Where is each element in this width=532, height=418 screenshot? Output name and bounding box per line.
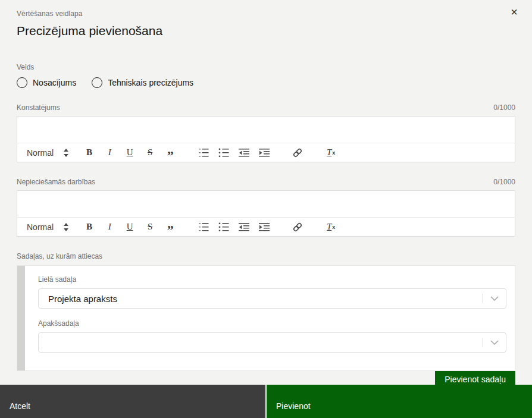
nepieciesamas-darbibas-textarea[interactable]	[17, 190, 515, 218]
indent-icon	[259, 148, 270, 158]
strikethrough-button[interactable]: S	[143, 220, 157, 234]
modal-footer: Atcelt Pievienot	[0, 385, 532, 418]
indent-button[interactable]	[257, 146, 271, 160]
radio-label: Tehniskais precizējums	[108, 78, 193, 87]
clear-formatting-button[interactable]: Tx	[324, 146, 338, 160]
nepieciesamas-darbibas-label: Nepieciešamās darbības	[17, 178, 95, 186]
ordered-list-button[interactable]	[196, 146, 211, 160]
nepieciesamas-darbibas-editor: Nepieciešamās darbības 0/1000 Normal B I…	[17, 178, 515, 237]
ordered-list-button[interactable]	[196, 220, 211, 234]
subsection-select[interactable]	[38, 332, 506, 353]
main-section-field: Lielā sadaļa Projekta apraksts	[38, 275, 506, 309]
close-icon[interactable]: ×	[511, 6, 518, 18]
page-title: Precizējuma pievienošana	[17, 24, 515, 38]
indent-button[interactable]	[257, 220, 271, 234]
section-drag-handle[interactable]	[17, 266, 25, 370]
clear-formatting-button[interactable]: Tx	[324, 220, 338, 234]
underline-button[interactable]: U	[123, 146, 137, 160]
ordered-list-icon	[198, 222, 209, 232]
konstatejums-editor: Konstatējums 0/1000 Normal B I U S ”	[17, 103, 515, 162]
modal-eyebrow: Vērtēšanas veidlapa	[17, 10, 515, 18]
radio-tehniskais-precizejums[interactable]: Tehniskais precizējums	[92, 77, 193, 88]
subsection-label: Apakšsadaļa	[38, 319, 506, 328]
rich-text-toolbar: Normal B I U S ”	[17, 143, 515, 162]
rich-text-toolbar: Normal B I U S ”	[17, 217, 515, 237]
blockquote-button[interactable]: ”	[163, 146, 177, 160]
format-select[interactable]: Normal	[27, 222, 69, 232]
sections-label: Sadaļas, uz kurām attiecas	[17, 252, 515, 260]
section-panel: Lielā sadaļa Projekta apraksts Apakšsada…	[17, 265, 515, 371]
chevron-down-icon[interactable]	[483, 296, 506, 301]
konstatejums-label: Konstatējums	[17, 103, 60, 112]
konstatejums-textarea[interactable]	[17, 116, 515, 143]
link-button[interactable]	[290, 220, 305, 234]
link-icon	[292, 222, 303, 232]
radio-circle-icon[interactable]	[92, 77, 102, 88]
bullet-list-button[interactable]	[217, 146, 231, 160]
submit-button[interactable]: Pievienot	[267, 385, 532, 418]
radio-circle-icon[interactable]	[17, 77, 27, 88]
ordered-list-icon	[198, 148, 209, 158]
format-select-value: Normal	[27, 148, 54, 158]
add-clarification-modal: × Vērtēšanas veidlapa Precizējuma pievie…	[0, 0, 532, 418]
format-select-value: Normal	[27, 222, 54, 232]
bullet-list-icon	[218, 222, 229, 232]
italic-button[interactable]: I	[102, 220, 117, 234]
link-icon	[292, 147, 303, 158]
cancel-button[interactable]: Atcelt	[0, 385, 265, 418]
type-label: Veids	[17, 63, 515, 71]
type-radio-group: Veids Nosacījums Tehniskais precizējums	[17, 63, 515, 88]
sections-block: Sadaļas, uz kurām attiecas Lielā sadaļa …	[17, 252, 515, 388]
bold-button[interactable]: B	[82, 146, 96, 160]
chevron-down-icon[interactable]	[483, 340, 506, 345]
char-counter: 0/1000	[493, 178, 515, 186]
sort-arrows-icon	[63, 149, 69, 157]
outdent-button[interactable]	[237, 220, 251, 234]
radio-label: Nosacījums	[33, 78, 76, 87]
main-section-value: Projekta apraksts	[39, 294, 483, 304]
radio-nosacijums[interactable]: Nosacījums	[17, 77, 76, 88]
main-section-select[interactable]: Projekta apraksts	[38, 288, 506, 309]
blockquote-button[interactable]: ”	[163, 220, 177, 234]
outdent-button[interactable]	[237, 146, 251, 160]
strikethrough-button[interactable]: S	[143, 146, 157, 160]
outdent-icon	[239, 148, 249, 158]
main-section-label: Lielā sadaļa	[38, 275, 506, 284]
outdent-icon	[239, 222, 249, 232]
bold-button[interactable]: B	[82, 220, 96, 234]
char-counter: 0/1000	[493, 103, 515, 112]
format-select[interactable]: Normal	[27, 148, 69, 158]
sort-arrows-icon	[63, 223, 69, 231]
link-button[interactable]	[290, 146, 305, 160]
underline-button[interactable]: U	[123, 220, 137, 234]
indent-icon	[259, 222, 270, 232]
bullet-list-icon	[218, 148, 229, 158]
italic-button[interactable]: I	[102, 146, 117, 160]
subsection-field: Apakšsadaļa	[38, 319, 506, 353]
bullet-list-button[interactable]	[217, 220, 231, 234]
